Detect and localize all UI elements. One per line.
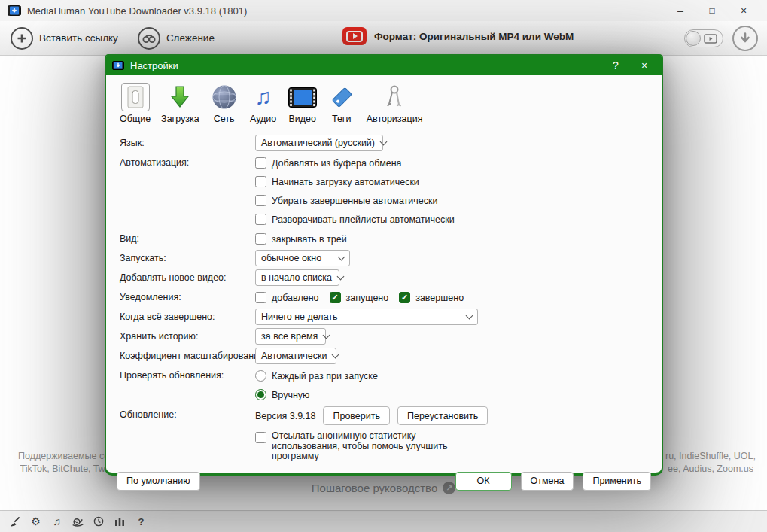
tab-network[interactable]: Сеть (210, 83, 239, 124)
dialog-title: Настройки (130, 60, 178, 71)
supported-right-line2: ee, Audius, Zoom.us (665, 463, 756, 476)
settings-dialog: Настройки ? × Общие (105, 54, 663, 476)
supported-services-text-right: ru, IndieShuffle, UOL, ee, Audius, Zoom.… (665, 450, 756, 476)
tag-icon (327, 83, 356, 111)
maximize-icon[interactable]: □ (696, 0, 728, 21)
columns-icon[interactable] (114, 517, 126, 527)
defaults-button[interactable]: По умолчанию (117, 472, 200, 491)
version-text: Версия 3.9.18 (255, 411, 315, 421)
checkbox-label: Добавлять из буфера обмена (272, 158, 402, 169)
launch-select[interactable]: обычное окно (255, 250, 350, 266)
checkbox-icon[interactable] (255, 195, 266, 206)
tab-authorization[interactable]: Авторизация (367, 83, 423, 124)
checkbox-label: Разворачивать плейлисты автоматически (272, 214, 455, 225)
help-icon[interactable]: ? (135, 517, 147, 527)
settings-form: Язык: Автоматический (русский) Автоматиз… (106, 127, 662, 464)
history-select[interactable]: за все время (255, 328, 326, 345)
view-label: Вид: (120, 230, 255, 248)
snail-icon[interactable] (72, 517, 84, 527)
tab-tags[interactable]: Теги (327, 83, 356, 124)
tab-video[interactable]: Видео (288, 83, 317, 124)
scaling-select[interactable]: Автоматически (255, 348, 336, 364)
toggle-knob[interactable] (686, 31, 701, 46)
minimize-icon[interactable]: – (665, 0, 696, 21)
checkbox-label: Начинать загрузку автоматически (272, 177, 419, 187)
row-language: Язык: Автоматический (русский) (120, 135, 648, 152)
checkbox-label: Отсылать анонимную статистику использова… (272, 431, 466, 462)
radio-manually[interactable]: Вручную (255, 386, 378, 403)
row-scaling: Коэффициент масштабирования: Автоматичес… (120, 348, 648, 365)
checkbox-icon[interactable] (255, 233, 266, 245)
paste-link-button[interactable]: Вставить ссылку (11, 27, 118, 50)
history-value: за все время (261, 331, 318, 342)
row-view: Вид: закрывать в трей (120, 230, 648, 248)
tab-download[interactable]: Загрузка (161, 83, 199, 124)
checkbox-icon[interactable] (255, 432, 266, 443)
checkbox-clipboard[interactable]: Добавлять из буфера обмена (255, 154, 455, 172)
format-selector[interactable]: Формат: Оригинальный MP4 или WebM (342, 27, 574, 45)
row-launch: Запускать: обычное окно (120, 250, 648, 267)
row-add-new-video: Добавлять новое видео: в начало списка (120, 269, 648, 287)
clock-icon[interactable] (93, 516, 105, 527)
dialog-close-icon[interactable]: × (633, 59, 656, 71)
paste-link-label: Вставить ссылку (39, 32, 118, 44)
cancel-button[interactable]: Отмена (521, 472, 574, 491)
dialog-help-icon[interactable]: ? (604, 59, 627, 71)
ok-button[interactable]: ОК (455, 472, 512, 491)
notifications-label: Уведомления: (120, 289, 255, 306)
checkbox-icon[interactable] (255, 292, 266, 303)
music-note-icon[interactable]: ♫ (51, 516, 62, 527)
when-done-select[interactable]: Ничего не делать (255, 309, 478, 325)
tab-general[interactable]: Общие (120, 83, 151, 124)
checkbox-label: добавлено (272, 293, 319, 303)
checkbox-close-to-tray[interactable]: закрывать в трей (255, 230, 347, 248)
checkbox-expand-playlists[interactable]: Разворачивать плейлисты автоматически (255, 211, 455, 228)
add-new-video-value: в начало списка (261, 272, 332, 283)
video-mode-toggle[interactable] (684, 29, 723, 47)
checkbox-icon[interactable] (255, 176, 266, 187)
scaling-value: Автоматически (261, 351, 327, 361)
chevron-down-icon (332, 351, 339, 358)
watch-button[interactable]: Слежение (138, 27, 215, 50)
tab-audio[interactable]: ♫ Аудио (249, 83, 278, 124)
apply-button[interactable]: Применить (583, 472, 651, 491)
chevron-down-icon (337, 272, 345, 280)
checkbox-icon[interactable] (255, 157, 266, 169)
when-done-label: Когда всё завершено: (120, 309, 255, 326)
tab-label: Общие (120, 114, 151, 124)
reinstall-button[interactable]: Переустановить (397, 406, 488, 425)
download-all-button[interactable] (732, 26, 758, 51)
close-icon[interactable]: × (728, 0, 759, 21)
checkbox-checked-icon[interactable] (399, 292, 410, 303)
checkbox-label: запущено (346, 293, 389, 303)
radio-checked-icon[interactable] (255, 389, 266, 400)
checkbox-notify-finished[interactable]: завершено (399, 289, 464, 306)
radio-every-launch[interactable]: Каждый раз при запуске (255, 367, 378, 385)
chevron-down-icon (323, 331, 330, 339)
checkbox-remove-finished[interactable]: Убирать завершенные автоматически (255, 192, 455, 209)
settings-gear-icon[interactable]: ⚙ (30, 516, 41, 527)
row-automation: Автоматизация: Добавлять из буфера обмен… (120, 154, 648, 228)
checkbox-notify-started[interactable]: запущено (330, 289, 389, 306)
chevron-down-icon (338, 253, 345, 260)
check-update-button[interactable]: Проверить (323, 406, 390, 425)
checkbox-checked-icon[interactable] (330, 292, 341, 303)
main-toolbar: Вставить ссылку Слежение Формат: Оригина… (0, 21, 767, 56)
automation-label: Автоматизация: (120, 154, 255, 172)
checkbox-notify-added[interactable]: добавлено (255, 289, 319, 306)
row-history: Хранить историю: за все время (120, 328, 648, 345)
screen-play-icon (704, 34, 717, 44)
checkbox-autostart-download[interactable]: Начинать загрузку автоматически (255, 173, 455, 190)
radio-icon[interactable] (255, 370, 266, 382)
tab-label: Авторизация (367, 114, 423, 124)
row-notifications: Уведомления: добавлено запущено завершен… (120, 289, 648, 306)
broom-icon[interactable] (9, 516, 20, 527)
checkbox-icon[interactable] (255, 214, 266, 225)
download-arrow-icon (738, 32, 752, 45)
launch-label: Запускать: (120, 250, 255, 267)
check-updates-label: Проверять обновления: (120, 367, 255, 385)
language-select[interactable]: Автоматический (русский) (255, 135, 383, 151)
checkbox-send-stats[interactable]: Отсылать анонимную статистику использова… (255, 431, 466, 462)
add-new-video-select[interactable]: в начало списка (255, 269, 339, 286)
globe-icon (210, 83, 239, 111)
